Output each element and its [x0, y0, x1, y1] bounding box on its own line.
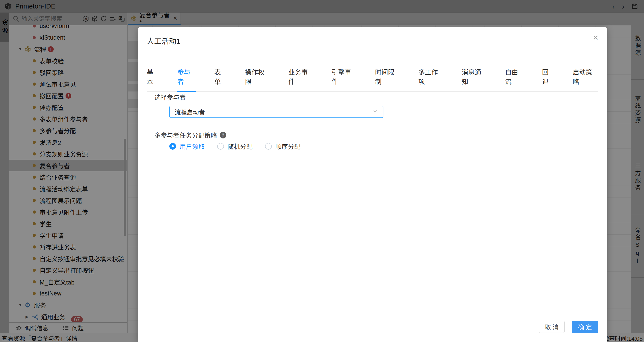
ok-button[interactable]: 确 定	[572, 321, 598, 333]
chevron-down-icon	[372, 108, 378, 116]
modal-title: 人工活动1	[147, 35, 180, 46]
tab-start-strategy[interactable]: 启动策略	[573, 67, 598, 86]
modal-tabs: 基本 参与者 表单 操作权限 业务事件 引擎事件 时间限制 多工作项 消息通知 …	[147, 67, 598, 92]
help-icon[interactable]: ?	[220, 132, 226, 138]
activity-settings-modal: 人工活动1 ✕ 基本 参与者 表单 操作权限 业务事件 引擎事件 时间限制 多工…	[138, 27, 607, 342]
tab-operation-permissions[interactable]: 操作权限	[245, 67, 270, 86]
strategy-radio-group: 用户领取 随机分配 顺序分配	[169, 142, 300, 151]
cancel-button[interactable]: 取 消	[539, 321, 564, 333]
tab-participants[interactable]: 参与者	[178, 67, 196, 86]
tab-free-flow[interactable]: 自由流	[505, 67, 524, 86]
radio-sequential-assign[interactable]: 顺序分配	[265, 142, 300, 151]
strategy-label: 多参与者任务分配策略 ?	[154, 131, 226, 140]
radio-dot-icon	[169, 143, 176, 150]
tab-engine-events[interactable]: 引擎事件	[332, 67, 357, 86]
tab-time-limit[interactable]: 时间限制	[375, 67, 401, 86]
modal-footer: 取 消 确 定	[539, 321, 598, 333]
tab-notifications[interactable]: 消息通知	[462, 67, 487, 86]
participant-select[interactable]: 流程启动者	[169, 106, 384, 118]
radio-random-assign[interactable]: 随机分配	[217, 142, 252, 151]
tab-basic[interactable]: 基本	[147, 67, 160, 86]
radio-dot-icon	[265, 143, 272, 150]
tab-business-events[interactable]: 业务事件	[288, 67, 314, 86]
radio-dot-icon	[217, 143, 224, 150]
close-icon[interactable]: ✕	[592, 34, 598, 42]
participant-select-label: 选择参与者	[154, 92, 186, 102]
tab-multi-workitem[interactable]: 多工作项	[418, 67, 444, 86]
radio-user-claim[interactable]: 用户领取	[169, 142, 205, 151]
tab-rollback[interactable]: 回退	[542, 67, 555, 86]
tab-form[interactable]: 表单	[214, 67, 227, 86]
ide-screen: Primeton-IDE ‹ › 资源 AI	[0, 0, 644, 342]
